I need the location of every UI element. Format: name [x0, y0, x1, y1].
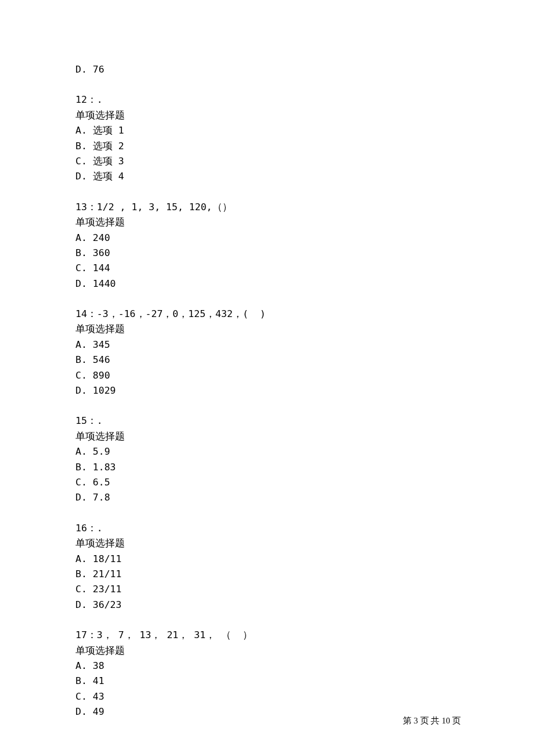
- question-number: 15：.: [75, 413, 459, 429]
- option-b: B. 选项 2: [75, 139, 459, 154]
- option-d: D. 36/23: [75, 597, 459, 613]
- question-number: 13：1/2 , 1, 3, 15, 120,（）: [75, 200, 459, 215]
- option-c: C. 选项 3: [75, 154, 459, 169]
- question-type: 单项选择题: [75, 108, 459, 123]
- option-d: D. 选项 4: [75, 169, 459, 184]
- footer-current-page: 3: [414, 716, 418, 725]
- question-type: 单项选择题: [75, 536, 459, 551]
- option-b: B. 360: [75, 246, 459, 261]
- option-d: D. 1029: [75, 383, 459, 398]
- question-15: 15：. 单项选择题 A. 5.9 B. 1.83 C. 6.5 D. 7.8: [75, 413, 459, 505]
- option-a: A. 345: [75, 337, 459, 352]
- option-c: C. 6.5: [75, 475, 459, 490]
- option-c: C. 144: [75, 261, 459, 276]
- question-type: 单项选择题: [75, 322, 459, 337]
- option-a: A. 240: [75, 231, 459, 246]
- option-a: A. 选项 1: [75, 123, 459, 138]
- option-c: C. 23/11: [75, 582, 459, 597]
- question-number: 14：-3，-16，-27，0，125，432，( ): [75, 307, 459, 322]
- option-b: B. 41: [75, 674, 459, 689]
- document-content: D. 76 12：. 单项选择题 A. 选项 1 B. 选项 2 C. 选项 3…: [0, 0, 534, 719]
- question-number: 17：3， 7， 13， 21， 31， （ ）: [75, 628, 459, 643]
- page-footer: 第 3 页 共 10 页: [403, 714, 461, 728]
- question-type: 单项选择题: [75, 643, 459, 658]
- footer-total-pages: 10: [442, 716, 450, 725]
- option-b: B. 546: [75, 352, 459, 368]
- option-a: A. 5.9: [75, 444, 459, 459]
- footer-suffix: 页: [450, 716, 461, 725]
- question-type: 单项选择题: [75, 429, 459, 444]
- option-b: B. 1.83: [75, 460, 459, 475]
- question-number: 16：.: [75, 521, 459, 536]
- option-d: D. 76: [75, 62, 459, 77]
- option-c: C. 43: [75, 689, 459, 704]
- question-14: 14：-3，-16，-27，0，125，432，( ) 单项选择题 A. 345…: [75, 307, 459, 398]
- footer-middle: 页 共: [418, 716, 442, 725]
- option-c: C. 890: [75, 368, 459, 383]
- question-13: 13：1/2 , 1, 3, 15, 120,（） 单项选择题 A. 240 B…: [75, 200, 459, 291]
- question-type: 单项选择题: [75, 215, 459, 230]
- question-12: 12：. 单项选择题 A. 选项 1 B. 选项 2 C. 选项 3 D. 选项…: [75, 92, 459, 184]
- question-17: 17：3， 7， 13， 21， 31， （ ） 单项选择题 A. 38 B. …: [75, 628, 459, 719]
- footer-prefix: 第: [403, 716, 414, 725]
- option-a: A. 18/11: [75, 552, 459, 567]
- question-16: 16：. 单项选择题 A. 18/11 B. 21/11 C. 23/11 D.…: [75, 521, 459, 613]
- option-d: D. 1440: [75, 276, 459, 291]
- option-a: A. 38: [75, 658, 459, 674]
- question-number: 12：.: [75, 92, 459, 107]
- option-d: D. 49: [75, 704, 459, 719]
- orphan-option-block: D. 76: [75, 62, 459, 77]
- option-b: B. 21/11: [75, 567, 459, 582]
- option-d: D. 7.8: [75, 490, 459, 505]
